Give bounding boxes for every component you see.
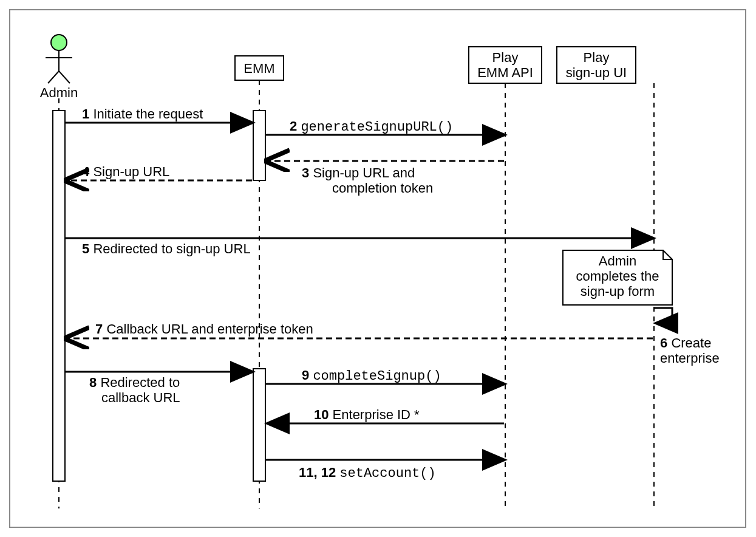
participant-play-ui-label-2: sign-up UI xyxy=(566,65,627,80)
actor-admin-label: Admin xyxy=(40,85,78,100)
msg-5-label: 5 Redirected to sign-up URL xyxy=(82,241,251,256)
note-signup: Admin completes the sign-up form xyxy=(563,250,672,305)
activation-emm-2 xyxy=(253,369,265,481)
diagram-svg: Admin EMM Play EMM API Play sign-up UI 1… xyxy=(10,10,745,527)
sequence-diagram: Admin EMM Play EMM API Play sign-up UI 1… xyxy=(9,9,746,528)
participant-play-api-label-2: EMM API xyxy=(477,65,533,80)
participant-play-ui: Play sign-up UI xyxy=(557,47,636,83)
participant-play-api-label-1: Play xyxy=(492,50,519,65)
msg-2-label: 2 generateSignupURL() xyxy=(290,118,453,135)
activation-emm-1 xyxy=(253,111,265,180)
note-l2: completes the xyxy=(576,268,659,284)
actor-admin: Admin xyxy=(40,35,78,100)
msg-11-label: 11, 12 setAccount() xyxy=(299,465,436,481)
participant-emm: EMM xyxy=(235,56,284,80)
activation-admin xyxy=(53,111,65,481)
msg-9-label: 9 completeSignup() xyxy=(302,368,441,384)
participant-play-api: Play EMM API xyxy=(469,47,542,83)
participant-play-ui-label-1: Play xyxy=(584,50,610,65)
msg-6-line xyxy=(654,308,672,323)
svg-line-4 xyxy=(59,71,70,83)
msg-6-label-2: enterprise xyxy=(660,351,720,366)
msg-1-label: 1 Initiate the request xyxy=(82,106,203,121)
msg-10-label: 10 Enterprise ID * xyxy=(314,407,420,422)
msg-8-label-2: callback URL xyxy=(101,390,180,405)
msg-3-label-1: 3 Sign-up URL and xyxy=(302,165,415,180)
msg-8-label-1: 8 Redirected to xyxy=(89,375,180,390)
svg-line-3 xyxy=(48,71,59,83)
participant-emm-label: EMM xyxy=(243,61,274,76)
note-l3: sign-up form xyxy=(581,284,655,299)
msg-4-label: 4 Sign-up URL xyxy=(82,164,169,179)
msg-7-label: 7 Callback URL and enterprise token xyxy=(95,321,313,337)
svg-point-0 xyxy=(51,35,67,50)
msg-3-label-2: completion token xyxy=(332,180,433,196)
note-l1: Admin xyxy=(599,253,636,268)
msg-6-label-1: 6 Create xyxy=(660,335,711,351)
